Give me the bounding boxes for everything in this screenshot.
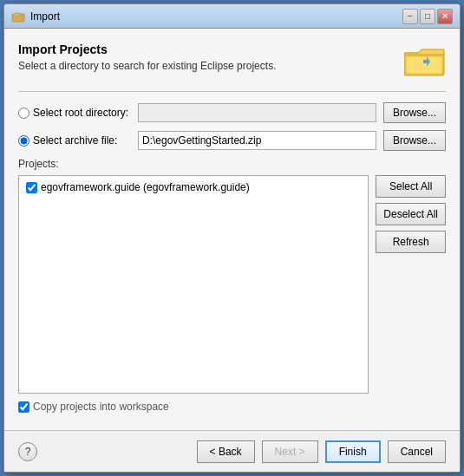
help-button[interactable]: ? (18, 442, 37, 461)
select-all-button[interactable]: Select All (376, 175, 446, 198)
deselect-all-button[interactable]: Deselect All (376, 203, 446, 225)
archive-file-input[interactable] (138, 131, 376, 150)
folder-icon (404, 42, 446, 77)
archive-file-row: Select archive file: Browse... (18, 130, 446, 151)
title-bar: Import − □ ✕ (4, 4, 460, 29)
list-item: egovframework.guide (egovframework.guide… (23, 179, 364, 195)
root-directory-row: Select root directory: Browse... (18, 102, 446, 123)
project-checkbox[interactable] (26, 182, 37, 193)
archive-file-label[interactable]: Select archive file: (18, 134, 131, 147)
root-directory-label[interactable]: Select root directory: (18, 107, 131, 119)
dialog-content: Import Projects Select a directory to se… (4, 29, 460, 430)
root-directory-input[interactable] (138, 103, 376, 122)
root-directory-radio[interactable] (18, 108, 29, 119)
minimize-button[interactable]: − (402, 9, 418, 24)
title-bar-left: Import (11, 10, 60, 23)
root-directory-browse-button[interactable]: Browse... (383, 102, 446, 123)
maximize-button[interactable]: □ (420, 9, 435, 24)
side-buttons: Select All Deselect All Refresh (376, 175, 446, 394)
import-title-icon (11, 10, 25, 23)
header-text: Import Projects Select a directory to se… (18, 42, 397, 72)
refresh-button[interactable]: Refresh (376, 231, 446, 253)
window-title: Import (30, 10, 60, 23)
projects-list[interactable]: egovframework.guide (egovframework.guide… (18, 175, 369, 394)
finish-button[interactable]: Finish (325, 440, 381, 463)
dialog-subtitle: Select a directory to search for existin… (18, 60, 397, 72)
copy-projects-checkbox[interactable] (18, 401, 29, 413)
back-button[interactable]: < Back (197, 440, 255, 463)
title-buttons: − □ ✕ (402, 9, 453, 24)
header-section: Import Projects Select a directory to se… (18, 42, 446, 77)
header-divider (18, 91, 446, 92)
projects-area: egovframework.guide (egovframework.guide… (18, 175, 446, 394)
close-button[interactable]: ✕ (437, 9, 453, 24)
next-button[interactable]: Next > (262, 440, 318, 463)
dialog-title: Import Projects (18, 42, 397, 56)
project-item-label: egovframework.guide (egovframework.guide… (41, 181, 250, 193)
footer: ? < Back Next > Finish Cancel (4, 430, 460, 472)
archive-file-radio[interactable] (18, 135, 29, 147)
projects-label: Projects: (18, 158, 446, 170)
copy-projects-label: Copy projects into workspace (33, 401, 169, 413)
archive-file-browse-button[interactable]: Browse... (383, 130, 446, 151)
copy-checkbox-row: Copy projects into workspace (18, 401, 446, 413)
svg-rect-2 (406, 56, 442, 74)
import-window: Import − □ ✕ Import Projects Select a di… (3, 3, 461, 473)
cancel-button[interactable]: Cancel (388, 440, 446, 463)
